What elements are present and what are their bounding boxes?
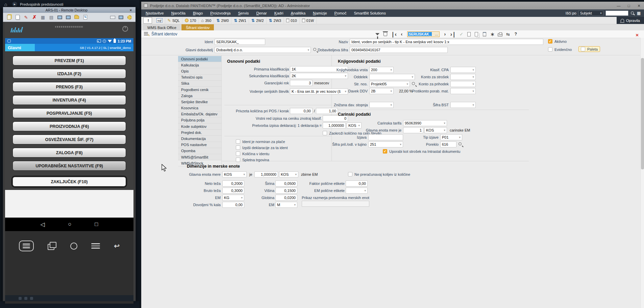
mobile-menu-button[interactable]: PREVZEM (F1) xyxy=(13,56,126,65)
mobile-menu-button[interactable]: UPORABNIŠKE NASTAVITVE (F9) xyxy=(13,161,126,171)
option-checkbox-row[interactable]: Količina v identu xyxy=(236,151,288,156)
media-play-icon[interactable] xyxy=(12,2,17,7)
sifra-bst-select[interactable] xyxy=(450,102,476,108)
intrastat-checkbox-row[interactable]: Uporabi kot strošek na Intrastat dokumen… xyxy=(383,149,460,153)
home-icon[interactable]: ⌂ xyxy=(2,2,9,7)
sidebar-item[interactable]: Kode subjektov xyxy=(178,123,221,130)
korak-field[interactable]: 1,00 xyxy=(316,108,338,114)
sidebar-item[interactable]: Poljubna polja xyxy=(178,117,221,123)
menu-item[interactable]: Proizvodnja xyxy=(206,10,234,16)
glavni-dobavitelj-select[interactable]: Dobavitelj d.o.o. xyxy=(215,47,311,53)
em-select[interactable]: KG xyxy=(222,195,244,201)
sifra-pril-select[interactable]: 251 xyxy=(368,141,403,147)
folder-icon[interactable] xyxy=(73,14,80,20)
option-checkbox-row[interactable]: Izpiši deklaracije za ta ident xyxy=(236,145,288,150)
document-tab[interactable]: Šifrant identov xyxy=(181,24,214,31)
mobile-menu-button[interactable]: ZALOGA (F8) xyxy=(13,148,126,158)
mobile-menu-button[interactable]: PROIZVODNJA (F6) xyxy=(13,121,126,131)
option-checkbox[interactable] xyxy=(236,158,240,162)
toolbar-shortcut-button[interactable]: 2W1 xyxy=(231,17,249,24)
ratio-unit-select[interactable]: KOS xyxy=(279,171,298,177)
toolbar-shortcut-button[interactable]: sql xyxy=(153,17,165,24)
print-icon[interactable] xyxy=(498,31,502,37)
faktor-field[interactable]: 0,00 xyxy=(346,180,368,187)
menu-item[interactable]: Kadri xyxy=(271,10,287,16)
sidebar-item[interactable]: Dokumentacija xyxy=(178,136,221,142)
copy-record-icon[interactable] xyxy=(474,31,479,37)
evidencno-checkbox[interactable] xyxy=(548,47,552,52)
menu-item[interactable]: Namizje xyxy=(309,10,331,16)
notifications-icon[interactable] xyxy=(91,243,100,249)
tarifa-select[interactable]: 95063990 xyxy=(403,120,447,126)
search-input[interactable] xyxy=(605,10,628,16)
klasif-cpa-select[interactable] xyxy=(450,67,476,73)
copy-icon[interactable] xyxy=(14,14,21,20)
dobaviteljeva-sifra-field[interactable]: 06949450416167 xyxy=(350,47,448,53)
list-view-icon[interactable]: ▤ xyxy=(48,14,55,20)
pantheon-title-bar[interactable]: Podjetje d.o.o. Datalab PANTHEON™ (Podje… xyxy=(141,2,644,9)
sidebar-item[interactable]: Opis xyxy=(178,68,221,74)
toolbar-shortcut-button[interactable]: 2W2 xyxy=(249,17,267,24)
settings-gear-icon[interactable] xyxy=(126,14,133,20)
option-checkbox[interactable] xyxy=(236,151,240,156)
sidebar-item[interactable]: Kosovnica xyxy=(178,105,221,111)
document-tab[interactable]: WMS Back Office xyxy=(143,24,181,31)
enota-field[interactable]: 1 xyxy=(403,127,423,133)
tasks-button[interactable]: Opravila xyxy=(617,17,644,24)
screen-icon[interactable] xyxy=(118,14,124,20)
sidebar-item[interactable]: Embalaža/Ok. dajatev xyxy=(178,111,221,117)
close-icon[interactable]: × xyxy=(634,2,644,9)
menu-item[interactable]: Denar xyxy=(252,10,270,16)
last-record-icon[interactable] xyxy=(450,31,456,37)
remote-title-bar[interactable]: ARS-01 - Remote Desktop × xyxy=(3,7,135,13)
globina-field[interactable]: 0,0200 xyxy=(275,195,297,201)
aktivno-checkbox-row[interactable]: Aktivno xyxy=(548,39,567,44)
menu-item[interactable]: Servis xyxy=(234,10,252,16)
apps-grid-icon[interactable]: ▦ xyxy=(637,11,641,16)
mobile-menu-button[interactable]: PRENOS (F3) xyxy=(13,82,126,92)
scrollbar-thumb[interactable] xyxy=(641,58,644,169)
sidebar-item[interactable]: Kalkulacija xyxy=(178,62,221,68)
toolbar-shortcut-button[interactable]: 350 xyxy=(199,17,214,24)
home-circle-icon[interactable]: ○ xyxy=(68,221,71,228)
sidebar-item[interactable]: Zaloga xyxy=(178,93,221,99)
help-icon[interactable] xyxy=(513,31,518,37)
privzeta-field[interactable]: 0,00 xyxy=(290,108,313,114)
mobile-menu-button[interactable]: ZAKLJUČEK (F10) xyxy=(13,177,126,187)
filter-icon[interactable] xyxy=(375,31,380,37)
menu-item[interactable]: Naročila xyxy=(168,10,189,16)
ne-preracunavaj-checkbox-row[interactable]: Ne preračunavaj kolijev iz količine xyxy=(348,172,410,176)
paleta-checkbox-row[interactable]: Paleta xyxy=(578,46,600,52)
monitor-2-icon[interactable] xyxy=(65,14,72,20)
confirm-icon[interactable] xyxy=(459,31,464,37)
prikaz-field[interactable] xyxy=(302,201,369,207)
dovoljeni-field[interactable]: 0,00 xyxy=(222,202,244,208)
home-button-icon[interactable] xyxy=(70,243,77,250)
naziv-field[interactable]: Ident, voden po serijskih - tip K - Ena … xyxy=(350,39,543,45)
toolbar-shortcut-button[interactable]: 170 xyxy=(182,17,199,24)
konto-strosek-select[interactable] xyxy=(450,74,476,80)
toolbar-shortcut-button[interactable]: ! xyxy=(143,17,152,24)
mobile-menu-button[interactable]: INVENTURA (F4) xyxy=(13,95,126,105)
maximize-icon[interactable]: □ xyxy=(624,2,634,9)
menu-item[interactable]: Nastavitve xyxy=(142,10,168,16)
paste-icon[interactable] xyxy=(6,14,13,20)
toolbar-shortcut-button[interactable]: 01W xyxy=(300,17,317,24)
lookup-dots-icon[interactable]: … xyxy=(435,32,439,36)
media-player-label[interactable]: Predvajalnik predstavnosti xyxy=(20,2,63,6)
option-checkbox[interactable] xyxy=(236,139,240,144)
recents-icon[interactable]: □ xyxy=(95,221,98,228)
mobile-menu-button[interactable]: POSPRAVLJANJE (F5) xyxy=(13,108,126,118)
record-key-field[interactable]: SERIJSKAK_ … xyxy=(407,31,440,37)
search-icon[interactable] xyxy=(630,11,635,16)
menu-item[interactable]: Pomoč xyxy=(331,10,350,16)
sidebar-item[interactable]: WMS@SmartBit xyxy=(178,154,221,160)
sidebar-item[interactable]: Serijske številke xyxy=(178,99,221,105)
menu-item[interactable]: Analitika xyxy=(287,10,309,16)
return-icon[interactable]: ↩ xyxy=(114,242,120,250)
close-form-icon[interactable]: × xyxy=(636,32,639,38)
power-button-icon[interactable] xyxy=(122,26,128,32)
mobile-menu-button[interactable]: OSVEŽEVANJE ŠIF. (F7) xyxy=(13,135,126,144)
sidebar-item[interactable]: Tehnični opis xyxy=(178,75,221,81)
minimize-icon[interactable]: — xyxy=(614,2,624,9)
